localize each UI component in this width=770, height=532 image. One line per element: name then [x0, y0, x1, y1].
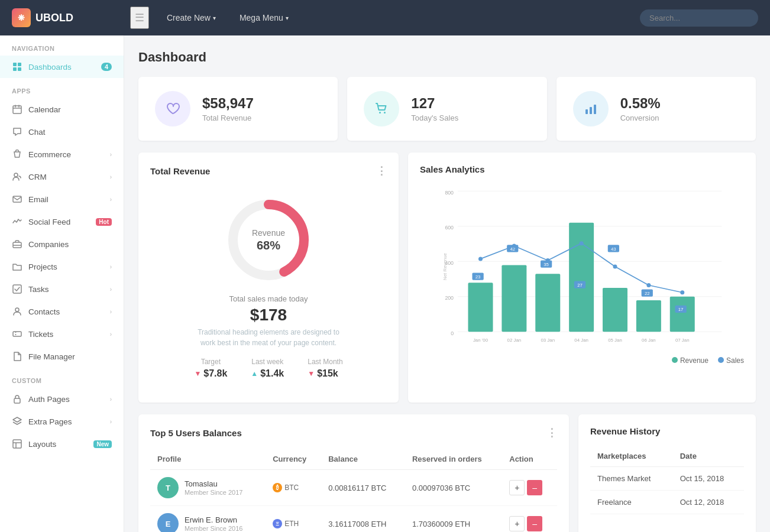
sales-analytics-title: Sales Analytics: [420, 164, 744, 174]
svg-text:600: 600: [445, 225, 454, 231]
action-remove-button[interactable]: –: [527, 480, 542, 495]
donut-desc: Traditional heading elements are designe…: [192, 327, 345, 348]
stat-info-revenue: $58,947 Total Revenue: [202, 95, 254, 122]
stat-card-revenue: $58,947 Total Revenue: [138, 77, 338, 141]
sidebar-item-file-manager[interactable]: File Manager: [0, 345, 124, 368]
stat-icon-heart: [155, 91, 190, 126]
chevron-right-icon: ›: [110, 396, 112, 403]
stat-value: 127: [411, 95, 458, 112]
svg-point-61: [512, 244, 516, 248]
stat-label: Conversion: [620, 113, 661, 122]
page-title: Dashboard: [138, 50, 756, 65]
donut-container: Revenue 68%: [221, 193, 316, 287]
stat-info-sales: 127 Today's Sales: [411, 95, 458, 122]
sidebar-item-calendar[interactable]: Calendar: [0, 98, 124, 121]
sales-analytics-card: Sales Analytics 800 600 400 200 0 Net Re…: [408, 153, 756, 403]
card-menu-icon[interactable]: ⋮: [546, 426, 557, 439]
sidebar-item-crm[interactable]: CRM ›: [0, 166, 124, 188]
svg-rect-4: [13, 106, 21, 113]
sidebar-item-label: File Manager: [28, 352, 75, 361]
hamburger-button[interactable]: ☰: [130, 7, 149, 29]
logo-icon: ❋: [12, 8, 31, 27]
action-add-button[interactable]: +: [509, 480, 525, 495]
sidebar-item-ecommerce[interactable]: Ecommerce ›: [0, 143, 124, 166]
svg-text:Net Revenue: Net Revenue: [442, 252, 448, 280]
eth-icon: Ξ: [273, 519, 282, 528]
svg-rect-23: [585, 109, 588, 114]
svg-text:22: 22: [645, 291, 650, 296]
svg-point-60: [478, 257, 483, 261]
balance-cell: 0.00816117 BTC: [321, 470, 405, 506]
mega-menu-button[interactable]: Mega Menu ▾: [234, 9, 295, 26]
revenue-history-table: Marketplaces Date Themes Market Oct 15, …: [590, 446, 744, 514]
action-pair: + –: [509, 516, 550, 531]
crypto-badge-btc: ₿ BTC: [273, 483, 314, 492]
svg-text:06 Jan: 06 Jan: [642, 338, 656, 343]
avatar: T: [157, 477, 179, 498]
charts-row: Total Revenue ⋮ Revenue 68% To: [138, 153, 756, 403]
lock-icon: [12, 394, 22, 404]
svg-rect-25: [594, 105, 596, 114]
svg-rect-41: [535, 274, 560, 332]
sidebar-item-label: Ecommerce: [28, 150, 71, 159]
arrow-down-icon: ▼: [308, 369, 315, 378]
stat-card-sales: 127 Today's Sales: [347, 77, 546, 141]
revenue-history-card: Revenue History Marketplaces Date Themes…: [578, 414, 756, 532]
chart-legend: Revenue Sales: [420, 356, 744, 365]
table-row: Themes Market Oct 15, 2018: [590, 467, 744, 491]
svg-text:03 Jan: 03 Jan: [541, 338, 555, 343]
reserved-cell: 1.70360009 ETH: [405, 506, 502, 533]
sidebar-item-label: Tickets: [28, 330, 53, 339]
bar-chart-svg: 800 600 400 200 0 Net Revenue: [420, 184, 744, 349]
donut-stats: Target ▼ $7.8k Last week ▲ $1.4k: [194, 358, 342, 379]
donut-label: Revenue 68%: [252, 228, 285, 252]
action-remove-button[interactable]: –: [527, 516, 542, 531]
col-currency: Currency: [266, 449, 321, 470]
donut-sales-value: $178: [250, 306, 287, 325]
card-menu-icon[interactable]: ⋮: [376, 164, 387, 177]
action-pair: + –: [509, 480, 550, 495]
svg-rect-12: [13, 285, 21, 293]
sidebar-item-tickets[interactable]: Tickets ›: [0, 323, 124, 345]
create-new-button[interactable]: Create New ▾: [161, 9, 222, 26]
sidebar-item-label: Contacts: [28, 307, 60, 316]
table-row: Freelance Oct 12, 2018: [590, 491, 744, 514]
sidebar-item-chat[interactable]: Chat: [0, 121, 124, 143]
sidebar-item-label: Projects: [28, 262, 57, 271]
col-reserved: Reserved in orders: [405, 449, 502, 470]
sidebar-item-label: Dashboards: [28, 63, 72, 72]
svg-rect-1: [18, 63, 21, 66]
users-icon: [12, 171, 22, 182]
sidebar-item-contacts[interactable]: Contacts ›: [0, 300, 124, 323]
svg-rect-14: [13, 332, 21, 336]
search-input[interactable]: [640, 9, 758, 27]
sidebar-item-projects[interactable]: Projects ›: [0, 255, 124, 278]
svg-point-21: [379, 112, 381, 113]
lastweek-stat: Last week ▲ $1.4k: [251, 358, 284, 379]
sidebar-item-layouts[interactable]: Layouts New: [0, 433, 124, 455]
sidebar-item-extra-pages[interactable]: Extra Pages ›: [0, 410, 124, 433]
avatar: E: [157, 513, 179, 532]
svg-text:07 Jan: 07 Jan: [675, 338, 690, 343]
check-square-icon: [12, 284, 22, 294]
sidebar-item-email[interactable]: Email ›: [0, 188, 124, 210]
svg-point-13: [15, 308, 19, 312]
sidebar-item-auth-pages[interactable]: Auth Pages ›: [0, 388, 124, 410]
col-balance: Balance: [321, 449, 405, 470]
btc-icon: ₿: [273, 483, 282, 492]
activity-icon: [12, 216, 22, 227]
svg-rect-18: [13, 440, 21, 448]
sidebar-item-dashboards[interactable]: Dashboards 4: [0, 56, 124, 78]
sidebar-item-companies[interactable]: Companies: [0, 233, 124, 255]
chevron-right-icon: ›: [110, 331, 112, 338]
layers-icon: [12, 416, 22, 427]
lastweek-value: ▲ $1.4k: [251, 368, 284, 379]
lastmonth-value: ▼ $15k: [308, 368, 342, 379]
calendar-icon: [12, 104, 22, 115]
profile-cell: T Tomaslau Member Since 2017: [157, 477, 258, 498]
sidebar-item-social-feed[interactable]: Social Feed Hot: [0, 210, 124, 233]
profile-info: Tomaslau Member Since 2017: [185, 479, 242, 496]
sidebar-item-tasks[interactable]: Tasks ›: [0, 278, 124, 300]
action-add-button[interactable]: +: [509, 516, 525, 531]
custom-section-label: CUSTOM: [0, 368, 124, 388]
